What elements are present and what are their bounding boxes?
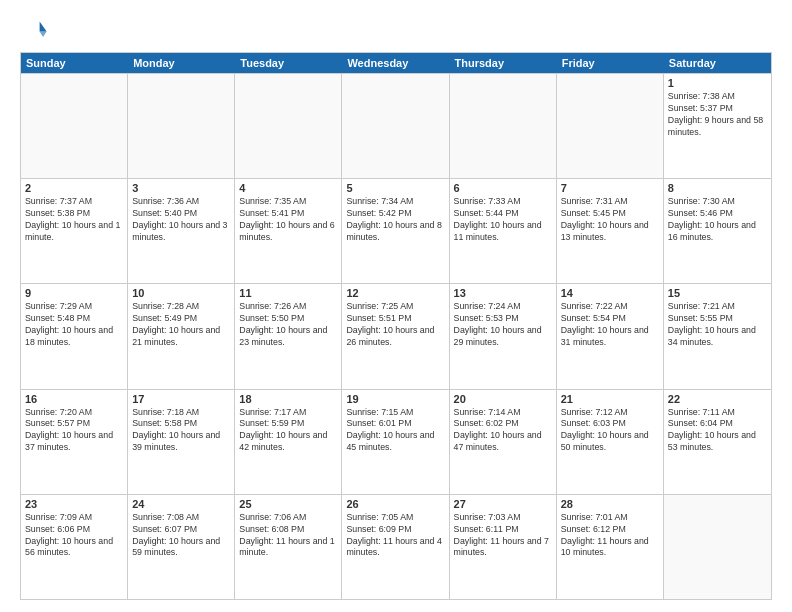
cal-cell: 19Sunrise: 7:15 AM Sunset: 6:01 PM Dayli…	[342, 390, 449, 494]
day-number: 20	[454, 393, 552, 405]
day-number: 5	[346, 182, 444, 194]
day-info: Sunrise: 7:34 AM Sunset: 5:42 PM Dayligh…	[346, 196, 444, 244]
logo-icon	[20, 16, 48, 44]
day-info: Sunrise: 7:31 AM Sunset: 5:45 PM Dayligh…	[561, 196, 659, 244]
week-3: 9Sunrise: 7:29 AM Sunset: 5:48 PM Daylig…	[21, 283, 771, 388]
day-info: Sunrise: 7:20 AM Sunset: 5:57 PM Dayligh…	[25, 407, 123, 455]
cal-cell: 23Sunrise: 7:09 AM Sunset: 6:06 PM Dayli…	[21, 495, 128, 599]
week-5: 23Sunrise: 7:09 AM Sunset: 6:06 PM Dayli…	[21, 494, 771, 599]
logo	[20, 16, 52, 44]
cal-cell: 11Sunrise: 7:26 AM Sunset: 5:50 PM Dayli…	[235, 284, 342, 388]
day-info: Sunrise: 7:05 AM Sunset: 6:09 PM Dayligh…	[346, 512, 444, 560]
day-info: Sunrise: 7:38 AM Sunset: 5:37 PM Dayligh…	[668, 91, 767, 139]
cal-cell: 3Sunrise: 7:36 AM Sunset: 5:40 PM Daylig…	[128, 179, 235, 283]
header-day-friday: Friday	[557, 53, 664, 73]
cal-cell	[128, 74, 235, 178]
cal-cell: 21Sunrise: 7:12 AM Sunset: 6:03 PM Dayli…	[557, 390, 664, 494]
header-day-saturday: Saturday	[664, 53, 771, 73]
day-number: 15	[668, 287, 767, 299]
day-number: 10	[132, 287, 230, 299]
cal-cell: 25Sunrise: 7:06 AM Sunset: 6:08 PM Dayli…	[235, 495, 342, 599]
svg-marker-0	[40, 22, 47, 32]
day-info: Sunrise: 7:35 AM Sunset: 5:41 PM Dayligh…	[239, 196, 337, 244]
day-number: 28	[561, 498, 659, 510]
day-number: 9	[25, 287, 123, 299]
cal-cell	[21, 74, 128, 178]
day-info: Sunrise: 7:29 AM Sunset: 5:48 PM Dayligh…	[25, 301, 123, 349]
day-number: 6	[454, 182, 552, 194]
cal-cell: 17Sunrise: 7:18 AM Sunset: 5:58 PM Dayli…	[128, 390, 235, 494]
day-number: 8	[668, 182, 767, 194]
cal-cell: 5Sunrise: 7:34 AM Sunset: 5:42 PM Daylig…	[342, 179, 449, 283]
cal-cell: 22Sunrise: 7:11 AM Sunset: 6:04 PM Dayli…	[664, 390, 771, 494]
cal-cell: 20Sunrise: 7:14 AM Sunset: 6:02 PM Dayli…	[450, 390, 557, 494]
header-day-thursday: Thursday	[450, 53, 557, 73]
cal-cell	[342, 74, 449, 178]
day-info: Sunrise: 7:24 AM Sunset: 5:53 PM Dayligh…	[454, 301, 552, 349]
cal-cell: 28Sunrise: 7:01 AM Sunset: 6:12 PM Dayli…	[557, 495, 664, 599]
day-number: 16	[25, 393, 123, 405]
day-number: 4	[239, 182, 337, 194]
day-number: 18	[239, 393, 337, 405]
day-info: Sunrise: 7:15 AM Sunset: 6:01 PM Dayligh…	[346, 407, 444, 455]
day-number: 23	[25, 498, 123, 510]
header-day-sunday: Sunday	[21, 53, 128, 73]
cal-cell	[664, 495, 771, 599]
calendar: SundayMondayTuesdayWednesdayThursdayFrid…	[20, 52, 772, 600]
cal-cell	[235, 74, 342, 178]
page: SundayMondayTuesdayWednesdayThursdayFrid…	[0, 0, 792, 612]
week-4: 16Sunrise: 7:20 AM Sunset: 5:57 PM Dayli…	[21, 389, 771, 494]
day-number: 11	[239, 287, 337, 299]
day-number: 22	[668, 393, 767, 405]
svg-marker-1	[40, 31, 47, 37]
cal-cell: 6Sunrise: 7:33 AM Sunset: 5:44 PM Daylig…	[450, 179, 557, 283]
day-info: Sunrise: 7:18 AM Sunset: 5:58 PM Dayligh…	[132, 407, 230, 455]
day-number: 17	[132, 393, 230, 405]
day-number: 25	[239, 498, 337, 510]
day-number: 3	[132, 182, 230, 194]
cal-cell: 24Sunrise: 7:08 AM Sunset: 6:07 PM Dayli…	[128, 495, 235, 599]
day-info: Sunrise: 7:11 AM Sunset: 6:04 PM Dayligh…	[668, 407, 767, 455]
cal-cell	[450, 74, 557, 178]
cal-cell: 15Sunrise: 7:21 AM Sunset: 5:55 PM Dayli…	[664, 284, 771, 388]
day-info: Sunrise: 7:17 AM Sunset: 5:59 PM Dayligh…	[239, 407, 337, 455]
cal-cell: 1Sunrise: 7:38 AM Sunset: 5:37 PM Daylig…	[664, 74, 771, 178]
header-day-tuesday: Tuesday	[235, 53, 342, 73]
day-info: Sunrise: 7:01 AM Sunset: 6:12 PM Dayligh…	[561, 512, 659, 560]
day-number: 26	[346, 498, 444, 510]
header-day-wednesday: Wednesday	[342, 53, 449, 73]
cal-cell	[557, 74, 664, 178]
week-1: 1Sunrise: 7:38 AM Sunset: 5:37 PM Daylig…	[21, 73, 771, 178]
day-info: Sunrise: 7:22 AM Sunset: 5:54 PM Dayligh…	[561, 301, 659, 349]
cal-cell: 10Sunrise: 7:28 AM Sunset: 5:49 PM Dayli…	[128, 284, 235, 388]
day-info: Sunrise: 7:08 AM Sunset: 6:07 PM Dayligh…	[132, 512, 230, 560]
day-info: Sunrise: 7:21 AM Sunset: 5:55 PM Dayligh…	[668, 301, 767, 349]
day-info: Sunrise: 7:09 AM Sunset: 6:06 PM Dayligh…	[25, 512, 123, 560]
cal-cell: 27Sunrise: 7:03 AM Sunset: 6:11 PM Dayli…	[450, 495, 557, 599]
day-info: Sunrise: 7:37 AM Sunset: 5:38 PM Dayligh…	[25, 196, 123, 244]
cal-cell: 8Sunrise: 7:30 AM Sunset: 5:46 PM Daylig…	[664, 179, 771, 283]
day-info: Sunrise: 7:33 AM Sunset: 5:44 PM Dayligh…	[454, 196, 552, 244]
day-number: 19	[346, 393, 444, 405]
cal-cell: 13Sunrise: 7:24 AM Sunset: 5:53 PM Dayli…	[450, 284, 557, 388]
cal-cell: 7Sunrise: 7:31 AM Sunset: 5:45 PM Daylig…	[557, 179, 664, 283]
calendar-body: 1Sunrise: 7:38 AM Sunset: 5:37 PM Daylig…	[21, 73, 771, 599]
day-number: 14	[561, 287, 659, 299]
cal-cell: 9Sunrise: 7:29 AM Sunset: 5:48 PM Daylig…	[21, 284, 128, 388]
day-number: 7	[561, 182, 659, 194]
day-number: 24	[132, 498, 230, 510]
day-info: Sunrise: 7:28 AM Sunset: 5:49 PM Dayligh…	[132, 301, 230, 349]
day-number: 2	[25, 182, 123, 194]
cal-cell: 14Sunrise: 7:22 AM Sunset: 5:54 PM Dayli…	[557, 284, 664, 388]
day-number: 1	[668, 77, 767, 89]
day-info: Sunrise: 7:26 AM Sunset: 5:50 PM Dayligh…	[239, 301, 337, 349]
header-day-monday: Monday	[128, 53, 235, 73]
day-info: Sunrise: 7:03 AM Sunset: 6:11 PM Dayligh…	[454, 512, 552, 560]
day-info: Sunrise: 7:30 AM Sunset: 5:46 PM Dayligh…	[668, 196, 767, 244]
day-number: 27	[454, 498, 552, 510]
day-info: Sunrise: 7:36 AM Sunset: 5:40 PM Dayligh…	[132, 196, 230, 244]
day-info: Sunrise: 7:14 AM Sunset: 6:02 PM Dayligh…	[454, 407, 552, 455]
cal-cell: 18Sunrise: 7:17 AM Sunset: 5:59 PM Dayli…	[235, 390, 342, 494]
cal-cell: 12Sunrise: 7:25 AM Sunset: 5:51 PM Dayli…	[342, 284, 449, 388]
cal-cell: 16Sunrise: 7:20 AM Sunset: 5:57 PM Dayli…	[21, 390, 128, 494]
